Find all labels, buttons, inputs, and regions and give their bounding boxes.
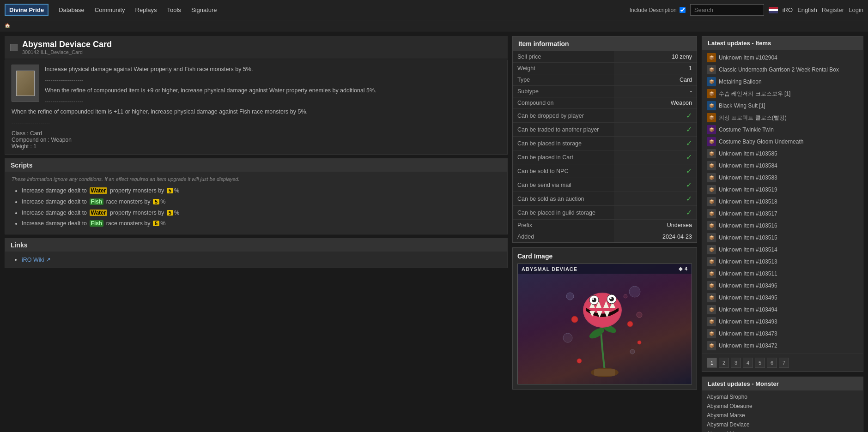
- list-item[interactable]: 📦 Unknown Item #103472: [702, 340, 863, 352]
- item-name: Unknown Item #103583: [719, 174, 777, 181]
- table-row: Weight 1: [513, 63, 697, 74]
- list-item[interactable]: 📦 Costume Twinkle Twin: [702, 124, 863, 136]
- register-button[interactable]: Register: [822, 6, 844, 13]
- list-item[interactable]: Abysmal Marse: [702, 411, 863, 420]
- monster-name: Abysmal Obeaune: [707, 403, 753, 409]
- list-item[interactable]: Abysmal Deviace: [702, 420, 863, 429]
- list-item[interactable]: 📦 Unknown Item #103519: [702, 184, 863, 196]
- nav-community[interactable]: Community: [90, 5, 130, 15]
- links-title: Links: [5, 239, 507, 252]
- card-name-banner: ABYSMAL DEVIACE ◆ 4: [518, 264, 692, 274]
- info-label: Can be placed in Cart: [513, 150, 614, 164]
- svg-point-2: [637, 312, 642, 318]
- include-description-label: Include Description: [630, 7, 686, 13]
- item-icon: 📦: [707, 269, 716, 278]
- info-value: Undersea: [614, 220, 697, 231]
- list-item[interactable]: 📦 Unknown Item #103473: [702, 328, 863, 340]
- item-name: Unknown Item #103472: [719, 342, 777, 349]
- list-item[interactable]: Abysmal Obeaune: [702, 402, 863, 411]
- breadcrumb: 🏠: [0, 20, 868, 31]
- monster-name: Abysmal Deviace: [707, 421, 750, 428]
- list-item[interactable]: Abysmal Sropho: [702, 392, 863, 402]
- nav-database[interactable]: Database: [54, 5, 89, 15]
- page-3-button[interactable]: 3: [731, 358, 741, 368]
- list-item[interactable]: 📦 Unknown Item #103514: [702, 244, 863, 256]
- list-item[interactable]: 📦 Unknown Item #103518: [702, 196, 863, 208]
- list-item[interactable]: 📦 Metalring Balloon: [702, 76, 863, 88]
- item-name: Unknown Item #103513: [719, 258, 777, 265]
- table-row: Type Card: [513, 74, 697, 86]
- list-item[interactable]: 📦 Unknown Item #103511: [702, 268, 863, 280]
- info-value: 1: [614, 63, 697, 74]
- page-5-button[interactable]: 5: [755, 358, 765, 368]
- latest-items-list: 📦 Unknown Item #102904 📦 Classic Underne…: [702, 50, 863, 354]
- item-information-panel: Item information Sell price 10 zeny Weig…: [512, 36, 697, 243]
- list-item[interactable]: 📦 Unknown Item #103496: [702, 280, 863, 292]
- nav-replays[interactable]: Replays: [131, 5, 162, 15]
- info-value-check: ✓: [614, 206, 697, 220]
- list-item[interactable]: 📦 Unknown Item #103585: [702, 148, 863, 160]
- item-icon: 📦: [707, 341, 716, 350]
- latest-items-panel: Latest updates - Items 📦 Unknown Item #1…: [702, 36, 863, 372]
- item-information-title: Item information: [513, 36, 697, 51]
- list-item[interactable]: 📦 Unknown Item #103493: [702, 316, 863, 328]
- info-value: 10 zeny: [614, 51, 697, 63]
- iro-wiki-link[interactable]: iRO Wiki ↗: [22, 257, 51, 263]
- item-name: Unknown Item #103493: [719, 318, 777, 325]
- list-item: Increase damage dealt to Fish race monst…: [22, 218, 501, 229]
- item-icon: 📦: [707, 245, 716, 254]
- num-5-1: 5: [167, 188, 173, 193]
- list-item[interactable]: 📦 Unknown Item #103584: [702, 160, 863, 172]
- nav-tools[interactable]: Tools: [163, 5, 186, 15]
- list-item[interactable]: 📦 Black Wing Suit [1]: [702, 100, 863, 112]
- info-value-check: ✓: [614, 123, 697, 137]
- list-item[interactable]: 📦 Unknown Item #103513: [702, 256, 863, 268]
- monster-name: Abysmal Marse: [707, 412, 745, 419]
- info-label: Type: [513, 74, 614, 86]
- list-item[interactable]: 📦 Unknown Item #103517: [702, 208, 863, 220]
- table-row: Can be placed in guild storage ✓: [513, 206, 697, 220]
- page-4-button[interactable]: 4: [743, 358, 753, 368]
- scripts-title: Scripts: [5, 159, 507, 172]
- login-button[interactable]: Login: [849, 6, 863, 13]
- table-row: Compound on Weapon: [513, 97, 697, 109]
- list-item[interactable]: Abysmal Merman: [702, 429, 863, 432]
- links-list: iRO Wiki ↗: [12, 256, 501, 263]
- page-2-button[interactable]: 2: [719, 358, 729, 368]
- include-description-checkbox[interactable]: [680, 7, 686, 13]
- svg-point-3: [563, 333, 572, 342]
- list-item[interactable]: 📦 Costume Baby Gloom Underneath: [702, 136, 863, 148]
- list-item[interactable]: 📦 Unknown Item #103495: [702, 292, 863, 304]
- page-7-button[interactable]: 7: [779, 358, 789, 368]
- list-item[interactable]: 📦 Unknown Item #103494: [702, 304, 863, 316]
- nav-signature[interactable]: Signature: [187, 5, 222, 15]
- items-pagination: 1 2 3 4 5 6 7: [702, 354, 863, 372]
- list-item[interactable]: 📦 Unknown Item #103516: [702, 220, 863, 232]
- item-name: Unknown Item #103511: [719, 270, 777, 277]
- list-item[interactable]: 📦 Classic Underneath Garrison 2 Week Ren…: [702, 64, 863, 76]
- card-image-art: ABYSMAL DEVIACE ◆ 4: [518, 264, 692, 384]
- list-item[interactable]: 📦 Unknown Item #102904: [702, 52, 863, 64]
- list-item[interactable]: iRO Wiki ↗: [22, 256, 501, 263]
- latest-monsters-list: Abysmal Sropho Abysmal Obeaune Abysmal M…: [702, 390, 863, 432]
- flag-icon: [769, 7, 778, 13]
- svg-point-22: [610, 297, 612, 299]
- list-item[interactable]: 📦 의상 프로텍트 클로스(빨강): [702, 112, 863, 124]
- list-item[interactable]: 📦 수습 레인저의 크로스보우 [1]: [702, 88, 863, 100]
- item-icon: 📦: [707, 53, 716, 62]
- table-row: Can be sold as an auction ✓: [513, 192, 697, 206]
- list-item[interactable]: 📦 Unknown Item #103583: [702, 172, 863, 184]
- info-label: Can be dropped by player: [513, 109, 614, 123]
- item-name: Unknown Item #103585: [719, 150, 777, 157]
- info-label: Can be send via mail: [513, 178, 614, 192]
- language-selector[interactable]: English: [797, 6, 817, 13]
- scripts-note: These information ignore any conditions.…: [12, 176, 501, 182]
- list-item[interactable]: 📦 Unknown Item #103515: [702, 232, 863, 244]
- search-input[interactable]: [690, 4, 764, 16]
- page-6-button[interactable]: 6: [767, 358, 777, 368]
- site-logo[interactable]: Divine Pride: [5, 4, 49, 16]
- server-selector[interactable]: iRO: [783, 6, 793, 13]
- item-icon: 📦: [707, 161, 716, 170]
- page-1-button[interactable]: 1: [707, 358, 717, 368]
- info-value: -: [614, 86, 697, 97]
